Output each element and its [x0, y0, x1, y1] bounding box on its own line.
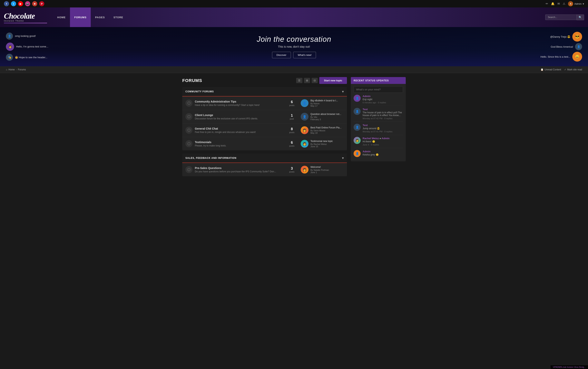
forum-icon-5 [185, 166, 193, 173]
youtube-link[interactable]: ▶ [18, 1, 23, 6]
status-text-2: The house of pain is in effect ya'll The… [363, 111, 403, 117]
forum-desc-3: Feel free to join in, mingle and discuss… [195, 131, 287, 133]
forum-desc-1: Have a tip or idea for running a communi… [195, 104, 287, 106]
topbar-right: ✏ 🔔 ✉ ⚠ A Admin ▾ [546, 1, 584, 6]
hero-msg-2-text: Hello, I'm gonna test some... [16, 45, 48, 48]
nav-forums[interactable]: FORUMS [70, 8, 91, 27]
status-admin-link[interactable]: Admin [382, 137, 389, 140]
forum-count-num-5: 3 [287, 166, 297, 171]
status-avatar-2: 👤 [354, 108, 361, 115]
latest-info-1: Big vBulletin 4 board to I... By Admin M… [310, 99, 344, 107]
status-name-4: Rachel Weisz » Admin [363, 137, 403, 140]
hero-title: Join the conversation [257, 35, 331, 43]
home-icon: ⌂ [6, 68, 7, 71]
status-name-3: Test [363, 124, 403, 127]
edit-icon[interactable]: ✏ [546, 2, 548, 5]
forum-icon-2 [185, 113, 193, 120]
status-name-link-2[interactable]: Test [363, 108, 368, 111]
sales-forums-title: SALES, FEEDBACK AND INFORMATION [185, 157, 236, 159]
hero-buttons: Discover What's new! [257, 52, 331, 58]
hero-right-messages: @Danny Trejo 😎 😎 God Bless America! 👤 He… [533, 27, 588, 66]
forum-count-num-2: 1 [287, 113, 297, 118]
grid-view-button[interactable]: ⊞ [304, 78, 310, 83]
list-view-button[interactable]: ☰ [296, 78, 303, 83]
site-header: Chocolate Invision Theme HOME FORUMS PAG… [0, 8, 588, 27]
forums-title: FORUMS [182, 78, 202, 83]
latest-title-2: Question about browser not... [310, 113, 344, 115]
alert-icon[interactable]: ⚠ [563, 2, 565, 5]
forum-latest-5: 👩 Welcome! By Natalie Portman June 1 [301, 166, 344, 174]
forum-info-5: Pre-Sales Questions Do you have question… [195, 166, 287, 173]
forum-name-3: General Chit Chat [195, 127, 287, 130]
forum-count-label-4: posts [287, 145, 297, 147]
status-time-2: Monday at 07:42 PM · 0 replies [363, 117, 403, 120]
forum-info-2: Client Lounge Discussion forum for the e… [195, 113, 287, 120]
status-avatar-4: 👩 [354, 137, 361, 144]
status-name-link-3[interactable]: Test [363, 124, 368, 127]
sales-toggle[interactable]: ▾ [342, 156, 344, 160]
check-icon: ✓ [564, 68, 566, 71]
instagram-link[interactable]: 📷 [25, 1, 30, 6]
whats-new-button[interactable]: What's new! [293, 52, 316, 58]
pinterest-link[interactable]: P [39, 1, 44, 6]
search-button[interactable]: 🔍 [577, 14, 584, 20]
latest-avatar-1: 👤 [301, 99, 308, 107]
bell-icon[interactable]: 🔔 [551, 2, 555, 5]
admin-avatar: A [568, 1, 573, 6]
status-name-link-1[interactable]: Admin [363, 95, 370, 98]
status-time-4: June 4 · 0 replies [363, 144, 403, 146]
custom-link[interactable]: ★ [32, 1, 37, 6]
forums-controls: ☰ ⊞ ⊟ Start new topic [296, 77, 347, 84]
forum-count-4: 6 posts [287, 141, 297, 147]
latest-info-4: Testimonial new topic By Rachel Weisz Ju… [310, 140, 344, 148]
community-forums-header: COMMUNITY FORUMS ▾ [182, 87, 347, 96]
forum-count-label-5: posts [287, 171, 297, 173]
breadcrumb-sep: › [16, 68, 17, 71]
unread-content-link[interactable]: 📋 Unread Content [541, 68, 561, 71]
discover-button[interactable]: Discover [272, 52, 291, 58]
nav-home[interactable]: HOME [53, 8, 70, 27]
forum-count-5: 3 posts [287, 166, 297, 173]
breadcrumb-home[interactable]: Home [9, 68, 15, 71]
start-new-topic-button[interactable]: Start new topic [319, 77, 347, 84]
hero-avatar-2: 👩 [6, 42, 14, 51]
status-rachel-link[interactable]: Rachel Weisz [363, 137, 379, 140]
twitter-link[interactable]: t [11, 1, 16, 6]
breadcrumb-actions: 📋 Unread Content ✓ Mark site read [541, 68, 582, 71]
latest-avatar-3: 👩 [301, 126, 308, 134]
status-name-2: Test [363, 108, 403, 111]
forum-icon-1 [185, 100, 193, 107]
latest-avatar-4: 👩 [301, 140, 308, 148]
status-name-link-5[interactable]: Admin [363, 150, 370, 153]
recent-status-title: RECENT STATUS UPDATES [354, 79, 389, 82]
hero-avatar-1: 👤 [6, 32, 13, 40]
status-avatar-5: 👤 [354, 150, 361, 157]
nav-pages[interactable]: PAGES [91, 8, 109, 27]
admin-dropdown-icon: ▾ [583, 2, 584, 5]
status-name-5: Admin [363, 150, 403, 153]
unread-label: Unread Content [545, 68, 561, 71]
table-view-button[interactable]: ⊟ [312, 78, 318, 83]
nav-store[interactable]: STORE [109, 8, 128, 27]
forum-info-3: General Chit Chat Feel free to join in, … [195, 127, 287, 133]
latest-meta-4: By Rachel Weisz June 15 [310, 143, 344, 148]
community-toggle[interactable]: ▾ [342, 89, 344, 94]
latest-meta-3: By Demi Moore May 18 [310, 129, 344, 134]
mark-site-read-link[interactable]: ✓ Mark site read [564, 68, 582, 71]
forum-latest-3: 👩 Best Paid Online Forum Pla... By Demi … [301, 126, 344, 134]
admin-menu[interactable]: A Admin ▾ [568, 1, 584, 6]
table-row: General Chit Chat Feel free to join in, … [182, 123, 347, 137]
hero-msg-1: 👤 omg looking good! [6, 32, 57, 40]
status-input[interactable] [354, 86, 403, 93]
hero-msg-2: 👩 Hello, I'm gonna test some... [6, 42, 57, 51]
latest-meta-2: By Vito February 3 [310, 116, 344, 121]
mail-icon[interactable]: ✉ [558, 2, 560, 5]
hero-msg-6: Hello. Since this is a test... 😄 [541, 52, 582, 62]
search-input[interactable] [545, 14, 577, 20]
forum-name-2: Client Lounge [195, 113, 287, 117]
facebook-link[interactable]: f [4, 1, 9, 6]
latest-title-1: Big vBulletin 4 board to I... [310, 99, 344, 102]
hero-msg-3: 🎭 🤠 Hope to see the header... [6, 54, 57, 61]
forum-count-3: 8 posts [287, 127, 297, 133]
forums-header: FORUMS ☰ ⊞ ⊟ Start new topic [182, 77, 347, 84]
